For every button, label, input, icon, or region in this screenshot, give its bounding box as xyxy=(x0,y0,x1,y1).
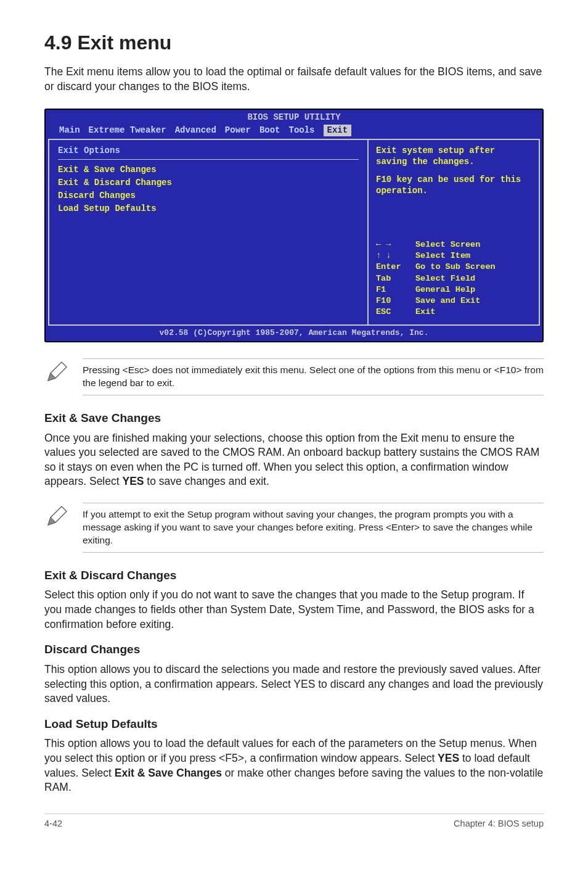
body-load-defaults-yes: YES xyxy=(438,752,459,764)
legend-label-exit: Exit xyxy=(415,307,435,318)
body-exit-save-suffix: to save changes and exit. xyxy=(144,475,269,487)
heading-discard: Discard Changes xyxy=(44,642,544,658)
page-number: 4-42 xyxy=(44,818,62,830)
note-esc-text: Pressing <Esc> does not immediately exit… xyxy=(83,358,544,395)
tab-power[interactable]: Power xyxy=(225,125,251,136)
section-title: 4.9 Exit menu xyxy=(44,30,544,56)
tab-exit[interactable]: Exit xyxy=(324,125,352,136)
note-exit-no-save: If you attempt to exit the Setup program… xyxy=(44,499,544,559)
bios-divider xyxy=(58,159,359,160)
menu-exit-save[interactable]: Exit & Save Changes xyxy=(58,163,359,176)
legend-label-select-field: Select Field xyxy=(415,273,475,284)
menu-discard[interactable]: Discard Changes xyxy=(58,189,359,202)
heading-exit-discard: Exit & Discard Changes xyxy=(44,567,544,584)
chapter-label: Chapter 4: BIOS setup xyxy=(454,818,544,830)
bios-panel: BIOS SETUP UTILITY Main Extreme Tweaker … xyxy=(44,109,544,342)
bios-left-heading: Exit Options xyxy=(58,145,359,157)
tab-advanced[interactable]: Advanced xyxy=(175,125,216,136)
legend-label-general-help: General Help xyxy=(415,284,475,295)
bios-top-label: BIOS SETUP UTILITY xyxy=(46,110,542,123)
body-exit-save: Once you are finished making your select… xyxy=(44,431,544,490)
legend-key-f1: F1 xyxy=(376,284,415,295)
bios-footer: v02.58 (C)Copyright 1985-2007, American … xyxy=(46,326,542,342)
page-footer: 4-42 Chapter 4: BIOS setup xyxy=(44,814,544,830)
legend-label-select-screen: Select Screen xyxy=(415,239,480,250)
legend-label-select-item: Select Item xyxy=(415,250,470,262)
body-exit-save-prefix: Once you are finished making your select… xyxy=(44,432,539,488)
legend-key-arrows-ud: ↑ ↓ xyxy=(376,250,415,262)
legend-key-enter: Enter xyxy=(376,262,415,273)
body-exit-save-yes: YES xyxy=(122,475,144,487)
bios-right-pane: Exit system setup after saving the chang… xyxy=(367,139,540,325)
body-discard: This option allows you to discard the se… xyxy=(44,662,544,706)
tab-boot[interactable]: Boot xyxy=(259,125,280,136)
legend-label-save-exit: Save and Exit xyxy=(415,295,480,307)
body-load-defaults-exit-save: Exit & Save Changes xyxy=(115,767,222,779)
menu-exit-discard[interactable]: Exit & Discard Changes xyxy=(58,176,359,189)
legend-key-f10: F10 xyxy=(376,295,415,307)
bios-help-1: Exit system setup after saving the chang… xyxy=(376,145,531,167)
heading-load-defaults: Load Setup Defaults xyxy=(44,716,544,732)
note-esc: Pressing <Esc> does not immediately exit… xyxy=(44,355,544,402)
legend-key-tab: Tab xyxy=(376,273,415,284)
bios-left-pane: Exit Options Exit & Save Changes Exit & … xyxy=(48,139,367,325)
section-intro: The Exit menu items allow you to load th… xyxy=(44,65,544,94)
menu-load-defaults[interactable]: Load Setup Defaults xyxy=(58,202,359,215)
heading-exit-save: Exit & Save Changes xyxy=(44,410,544,426)
body-load-defaults: This option allows you to load the defau… xyxy=(44,736,544,795)
legend-label-sub-screen: Go to Sub Screen xyxy=(415,262,496,273)
pencil-icon xyxy=(44,358,71,388)
tab-main[interactable]: Main xyxy=(59,125,80,136)
tab-extreme-tweaker[interactable]: Extreme Tweaker xyxy=(89,125,166,136)
pencil-icon xyxy=(44,503,71,532)
bios-tabs: Main Extreme Tweaker Advanced Power Boot… xyxy=(46,123,542,139)
tab-tools[interactable]: Tools xyxy=(288,125,314,136)
body-exit-discard: Select this option only if you do not wa… xyxy=(44,588,544,632)
legend-key-esc: ESC xyxy=(376,307,415,318)
legend-key-arrows-lr: ← → xyxy=(376,239,415,250)
bios-help-2: F10 key can be used for this operation. xyxy=(376,174,531,196)
bios-legend: ← →Select Screen ↑ ↓Select Item EnterGo … xyxy=(376,239,531,318)
note-exit-no-save-text: If you attempt to exit the Setup program… xyxy=(83,503,544,553)
